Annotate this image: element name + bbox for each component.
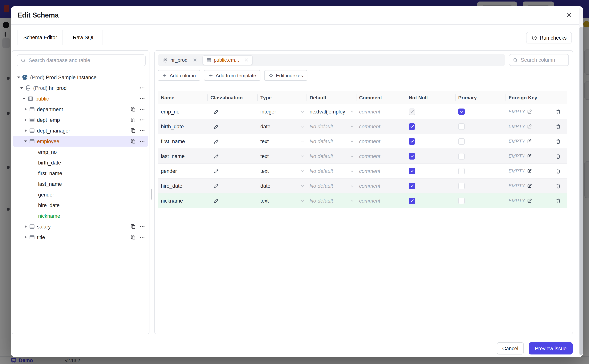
cell-name[interactable]: nickname: [158, 193, 207, 208]
tree-item-dept_emp[interactable]: dept_emp: [13, 115, 148, 125]
tree-item-department[interactable]: department: [13, 104, 148, 115]
tree-column-first_name[interactable]: first_name: [13, 168, 148, 179]
cell-type-select[interactable]: date: [257, 119, 307, 134]
primary-checkbox[interactable]: [458, 123, 465, 130]
cell-name[interactable]: gender: [158, 164, 207, 178]
object-tab-public.em...[interactable]: public.em...: [202, 55, 253, 65]
tree-search-input[interactable]: [29, 58, 142, 63]
copy-icon[interactable]: [130, 234, 136, 240]
trash-icon[interactable]: [556, 109, 561, 114]
cell-type-select[interactable]: text: [257, 149, 307, 163]
modal-scrollbar[interactable]: [579, 8, 583, 356]
tree-item-title[interactable]: title: [13, 232, 148, 242]
trash-icon[interactable]: [556, 138, 561, 144]
tree-column-gender[interactable]: gender: [13, 189, 148, 200]
more-actions-icon[interactable]: [139, 106, 145, 112]
cell-name[interactable]: emp_no: [158, 104, 207, 119]
cell-default-select[interactable]: No default: [307, 164, 356, 178]
edit-foreign-key-icon[interactable]: [527, 109, 532, 114]
edit-foreign-key-icon[interactable]: [527, 124, 532, 129]
pencil-icon[interactable]: [214, 168, 219, 174]
cell-name[interactable]: last_name: [158, 149, 207, 163]
primary-checkbox[interactable]: [458, 197, 465, 204]
pencil-icon[interactable]: [214, 153, 219, 159]
tab-raw-sql[interactable]: Raw SQL: [65, 30, 103, 45]
primary-checkbox[interactable]: [458, 168, 465, 174]
trash-icon[interactable]: [556, 168, 561, 174]
primary-checkbox[interactable]: [458, 108, 465, 115]
not-null-checkbox[interactable]: [409, 168, 415, 174]
tree-column-birth_date[interactable]: birth_date: [13, 157, 148, 168]
cancel-button[interactable]: Cancel: [497, 342, 524, 354]
more-actions-icon[interactable]: [139, 128, 145, 134]
chevron-collapsed-icon[interactable]: [23, 129, 28, 132]
cell-type-select[interactable]: text: [257, 193, 307, 208]
tree-column-nickname[interactable]: nickname: [13, 211, 148, 221]
cell-comment-input[interactable]: comment: [356, 104, 406, 119]
run-checks-button[interactable]: Run checks: [526, 32, 572, 43]
cell-comment-input[interactable]: comment: [356, 119, 406, 134]
close-tab-icon[interactable]: [244, 58, 249, 62]
tree-column-emp_no[interactable]: emp_no: [13, 147, 148, 157]
preview-issue-button[interactable]: Preview issue: [529, 342, 573, 354]
primary-checkbox[interactable]: [458, 153, 465, 159]
trash-icon[interactable]: [556, 183, 561, 189]
copy-icon[interactable]: [130, 138, 136, 144]
not-null-checkbox[interactable]: [409, 197, 415, 204]
cell-comment-input[interactable]: comment: [356, 164, 406, 178]
tree-item-dept_manager[interactable]: dept_manager: [13, 125, 148, 136]
tree-column-hire_date[interactable]: hire_date: [13, 200, 148, 211]
tree-item-hr_prod[interactable]: (Prod) hr_prod: [13, 83, 148, 93]
primary-checkbox[interactable]: [458, 182, 465, 189]
chevron-collapsed-icon[interactable]: [23, 108, 28, 111]
tree-item-salary[interactable]: salary: [13, 221, 148, 232]
chevron-collapsed-icon[interactable]: [23, 236, 28, 239]
cell-comment-input[interactable]: comment: [356, 179, 406, 193]
tree-item-prod-sample-instance[interactable]: (Prod) Prod Sample Instance: [13, 72, 148, 83]
tab-schema-editor[interactable]: Schema Editor: [18, 30, 63, 45]
cell-comment-input[interactable]: comment: [356, 193, 406, 208]
edit-indexes-button[interactable]: Edit indexes: [264, 70, 307, 81]
more-actions-icon[interactable]: [139, 234, 145, 240]
more-actions-icon[interactable]: [139, 85, 145, 91]
column-search-input[interactable]: [521, 57, 588, 63]
cell-default-select[interactable]: No default: [307, 119, 356, 134]
cell-type-select[interactable]: integer: [257, 104, 307, 119]
cell-name[interactable]: first_name: [158, 134, 207, 149]
edit-foreign-key-icon[interactable]: [527, 168, 532, 174]
copy-icon[interactable]: [130, 223, 136, 230]
chevron-expanded-icon[interactable]: [16, 76, 21, 78]
close-icon[interactable]: [566, 11, 573, 18]
cell-default-select[interactable]: nextval('employ: [307, 104, 356, 119]
more-actions-icon[interactable]: [139, 117, 145, 123]
not-null-checkbox[interactable]: [409, 153, 415, 159]
pencil-icon[interactable]: [214, 198, 219, 203]
trash-icon[interactable]: [556, 198, 561, 203]
more-actions-icon[interactable]: [139, 138, 145, 144]
not-null-checkbox[interactable]: [409, 123, 415, 130]
cell-type-select[interactable]: date: [257, 179, 307, 193]
cell-default-select[interactable]: No default: [307, 193, 356, 208]
copy-icon[interactable]: [130, 128, 136, 134]
chevron-expanded-icon[interactable]: [23, 140, 28, 142]
pencil-icon[interactable]: [214, 183, 219, 189]
not-null-checkbox[interactable]: [409, 138, 415, 144]
edit-foreign-key-icon[interactable]: [527, 153, 532, 159]
tree-item-public[interactable]: public: [13, 93, 148, 104]
object-tab-hr_prod[interactable]: hr_prod: [159, 55, 201, 65]
trash-icon[interactable]: [556, 153, 561, 159]
cell-default-select[interactable]: No default: [307, 179, 356, 193]
panel-resize-handle[interactable]: [151, 189, 153, 200]
cell-name[interactable]: birth_date: [158, 119, 207, 134]
add-column-button[interactable]: Add column: [158, 70, 200, 81]
add-from-template-button[interactable]: Add from template: [204, 70, 260, 81]
cell-comment-input[interactable]: comment: [356, 134, 406, 149]
copy-icon[interactable]: [130, 117, 136, 123]
pencil-icon[interactable]: [214, 138, 219, 144]
edit-foreign-key-icon[interactable]: [527, 139, 532, 144]
more-actions-icon[interactable]: [139, 96, 145, 102]
more-actions-icon[interactable]: [139, 223, 145, 230]
primary-checkbox[interactable]: [458, 138, 465, 144]
tree-item-employee[interactable]: employee: [13, 136, 148, 147]
cell-name[interactable]: hire_date: [158, 179, 207, 193]
